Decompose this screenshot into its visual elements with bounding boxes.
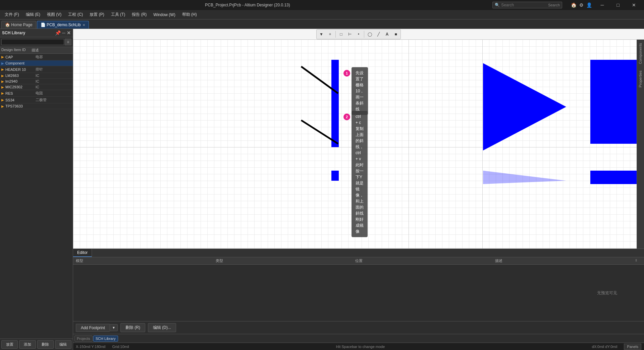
canvas-background: 1 先设置了栅格10，画一条斜线 2 ctrl + c 复制上面的斜线，ctrl… (73, 40, 644, 249)
menu-place[interactable]: 放置 (P) (86, 10, 107, 19)
component-icon: ▶ (1, 61, 4, 65)
canvas-sep-v2 (482, 40, 483, 249)
cap-desc: 电容 (36, 54, 71, 59)
menu-view[interactable]: 视图 (V) (44, 10, 65, 19)
panel-minimize-icon[interactable]: ─ (62, 30, 65, 36)
titlebar-icons: 🏠 ⚙ 👤 (571, 2, 592, 8)
lib-row-mic29302[interactable]: ▶ MIC29302 IC (0, 84, 73, 90)
lib-row-lm2940[interactable]: ▶ lm2940 IC (0, 79, 73, 84)
tab-schlib-close[interactable]: ✕ (83, 23, 85, 27)
schlib-bottom-tab[interactable]: SCH Library (93, 336, 118, 342)
pin-tool[interactable]: ⊢ (346, 30, 354, 38)
callout-2: ctrl + c 复制上面的斜线，ctrl + v 此时按一下Y就是镜像，和上面… (352, 111, 368, 237)
editor-tabs: Editor (73, 249, 644, 257)
search-icon: 🔍 (495, 3, 500, 7)
editor-table-header: 模型 类型 位置 描述 ⬍ (73, 257, 644, 265)
blue-bar-left (331, 60, 339, 147)
blue-block-right-bottom (590, 171, 644, 184)
panel-pin-icon[interactable]: 📌 (55, 30, 61, 36)
svg-marker-3 (483, 171, 566, 184)
cap-id: CAP (5, 55, 36, 59)
menu-project[interactable]: 工程 (C) (65, 10, 86, 19)
search-input[interactable] (501, 3, 548, 7)
lib-search-input[interactable] (1, 39, 64, 45)
home-icon[interactable]: 🏠 (571, 2, 577, 8)
menu-window[interactable]: Window (W) (150, 11, 178, 18)
delete-button[interactable]: 删除 (37, 340, 54, 349)
lib-search-bar: ≡ (0, 37, 73, 47)
place-button[interactable]: 放置 (1, 340, 18, 349)
editor-col-model: 模型 (76, 258, 216, 263)
editor-col-type: 类型 (216, 258, 356, 263)
component-id: Component (5, 61, 36, 65)
lib-row-cap[interactable]: ▶ CAP 电容 (0, 54, 73, 60)
canvas-toolbar: ▼ + □ ⊢ • ◯ ╱ A ■ (73, 29, 644, 40)
menu-tools[interactable]: 工具 (T) (108, 10, 129, 19)
add-tool[interactable]: + (326, 30, 334, 38)
editor-resize-area[interactable]: ⬍ (635, 258, 641, 263)
add-button[interactable]: 添加 (19, 340, 36, 349)
erase-tool[interactable]: ◯ (366, 30, 374, 38)
tps73633-id: TPS73633 (5, 104, 36, 108)
tab-schlib[interactable]: 📄 PCB_demo.SchLib ✕ (37, 21, 89, 29)
left-panel: SCH Library 📌 ─ ✕ ≡ Design Item ID 描述 ▶ … (0, 29, 73, 350)
gear-icon[interactable]: ⚙ (579, 2, 584, 8)
no-preview-label: 无预览可见 (597, 290, 617, 296)
panels-button[interactable]: Panels (624, 344, 641, 350)
editor-tab-main[interactable]: Editor (73, 249, 92, 257)
lib-row-lm2663[interactable]: ▶ LM2663 IC (0, 73, 73, 79)
fill-tool[interactable]: ■ (392, 30, 400, 38)
close-button[interactable]: ✕ (626, 0, 641, 10)
lib-row-ss34[interactable]: ▶ SS34 二极管 (0, 97, 73, 103)
maximize-button[interactable]: □ (610, 0, 626, 10)
search-box[interactable]: 🔍 Search (492, 2, 562, 8)
ss34-id: SS34 (5, 98, 36, 102)
lib-search-menu[interactable]: ≡ (65, 39, 71, 45)
bottom-toolbar: Add Footprint ▼ 删除 (R) 编辑 (D)... (73, 321, 644, 334)
user-icon[interactable]: 👤 (586, 2, 592, 8)
lib-row-header10[interactable]: ▶ HEADER 10 排针 (0, 66, 73, 73)
menu-file[interactable]: 文件 (F) (1, 10, 22, 19)
far-tab-components[interactable]: Components (637, 40, 644, 67)
rect-tool[interactable]: □ (337, 30, 345, 38)
delete-model-button[interactable]: 删除 (R) (120, 323, 145, 332)
add-footprint-dropdown[interactable]: ▼ (110, 324, 118, 331)
editor-col-position: 位置 (355, 258, 495, 263)
lib-row-res[interactable]: ▶ RES 电阻 (0, 90, 73, 97)
lm2940-icon: ▶ (1, 80, 4, 83)
header10-id: HEADER 10 (5, 68, 36, 72)
resize-icon[interactable]: ⬍ (635, 258, 638, 262)
line-tool[interactable]: ╱ (374, 30, 382, 38)
edit-button[interactable]: 编辑 (55, 340, 71, 349)
add-footprint-wrapper: Add Footprint ▼ (76, 324, 118, 332)
ss34-icon: ▶ (1, 98, 4, 102)
lib-row-component[interactable]: ▶ Component (0, 60, 73, 66)
callout-1-num: 1 (343, 70, 350, 77)
add-footprint-button[interactable]: Add Footprint (76, 324, 110, 332)
canvas-area[interactable]: 1 先设置了栅格10，画一条斜线 2 ctrl + c 复制上面的斜线，ctrl… (73, 40, 644, 249)
far-tab-properties[interactable]: Properties (637, 67, 644, 91)
menu-help[interactable]: 帮助 (H) (179, 10, 200, 19)
projects-tab[interactable]: Projects (74, 336, 93, 342)
filter-tool[interactable]: ▼ (317, 30, 325, 38)
canvas-editor-split: ▼ + □ ⊢ • ◯ ╱ A ■ (73, 29, 644, 343)
tool-separator-1 (335, 31, 336, 38)
search-label: Search (548, 3, 560, 7)
res-desc: 电阻 (36, 91, 71, 96)
edit-model-button[interactable]: 编辑 (D)... (148, 323, 176, 332)
tab-homepage[interactable]: 🏠 Home Page (1, 21, 36, 29)
menu-reports[interactable]: 报告 (R) (128, 10, 150, 19)
statusbar-center: Hit Spacebar to change mode (136, 345, 585, 349)
mic29302-desc: IC (36, 85, 71, 89)
tab-schlib-label: PCB_demo.SchLib (47, 23, 80, 27)
dot-tool[interactable]: • (355, 30, 363, 38)
lib-row-tps73633[interactable]: ▶ TPS73633 (0, 103, 73, 109)
menu-edit[interactable]: 编辑 (E) (22, 10, 44, 19)
coords-display: X-150mil Y:180mil (76, 345, 105, 349)
header10-desc: 排针 (36, 67, 71, 72)
lm2663-desc: IC (36, 74, 71, 78)
minimize-button[interactable]: ─ (595, 0, 610, 10)
mic29302-icon: ▶ (1, 85, 4, 89)
text-tool[interactable]: A (383, 30, 391, 38)
panel-close-icon[interactable]: ✕ (67, 30, 71, 36)
